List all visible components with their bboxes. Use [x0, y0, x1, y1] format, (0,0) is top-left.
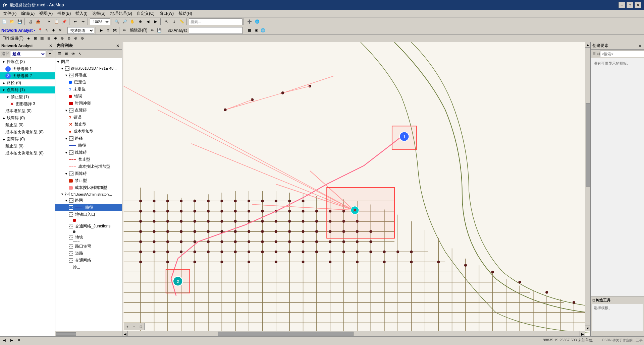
search-input[interactable] [189, 18, 243, 25]
new-btn[interactable]: 📄 [1, 18, 8, 25]
tree-cost-ratio-1[interactable]: 成本按比例增加型 (0) [0, 129, 55, 136]
na-run-btn[interactable]: ▶ [98, 27, 104, 33]
back-btn[interactable]: ◀ [144, 18, 152, 25]
map-zoom-in[interactable]: + [124, 324, 130, 330]
map-area[interactable]: 1 2 ✕ ▲ ▼ ◀ ▶ [122, 42, 590, 336]
edit-pencil-btn[interactable]: ✏ [150, 27, 156, 33]
route-dropdown[interactable]: 起点 [10, 51, 46, 57]
map-zoom-full[interactable]: ⊡ [138, 324, 144, 330]
toc-traffic-network[interactable]: ✓ 交通网络 [55, 257, 122, 264]
toc-poly-barrier[interactable]: ▼ ✓ 面障碍 [55, 170, 122, 177]
toc-route-layer[interactable]: ▼ ✓ 路径:{5618D3D7-F71E-48... [55, 65, 122, 72]
tree-line-barrier[interactable]: ▶ 线障碍 (0) [0, 115, 55, 122]
map-vscrollbar[interactable]: ▲ ▼ [585, 42, 590, 331]
toc-scrollbar[interactable] [55, 331, 122, 336]
menu-help[interactable]: 帮助(H) [176, 10, 194, 17]
3d-btn3[interactable]: 🌐 [260, 27, 266, 33]
toc-local-layer[interactable]: ▼ ✓ C:\Users\Administrator\... [55, 191, 122, 197]
toc-point-barriers[interactable]: ▼ ✓ 点障碍 [55, 107, 122, 114]
it-cb[interactable]: ✓ [69, 244, 73, 249]
toc-road[interactable]: ✓ 道路 [55, 250, 122, 257]
toc-list-by-sel[interactable]: ↖ [77, 51, 83, 57]
export-btn[interactable]: 📤 [35, 18, 42, 25]
road-cb[interactable]: ✓ [69, 251, 73, 256]
hscroll-thumb[interactable] [218, 332, 354, 336]
edit-btn1[interactable]: ✏ [122, 27, 128, 33]
edit-save-btn[interactable]: 💾 [156, 27, 162, 33]
tree-graphic-sel-3[interactable]: ✕ 图形选择 3 [0, 100, 55, 108]
na-delete-btn[interactable]: ✕ [57, 27, 63, 33]
scale-dropdown[interactable]: 100% [90, 18, 110, 25]
tree-cost-add-1[interactable]: 成本增加型 (0) [0, 108, 55, 115]
map-zoom-out[interactable]: − [131, 324, 137, 330]
open-btn[interactable]: 📂 [8, 18, 16, 25]
tree-graphic-sel-1[interactable]: 1 图形选择 1 [0, 65, 55, 72]
scroll-left-btn[interactable]: ◀ [122, 331, 128, 336]
tin-btn4[interactable]: ⊟ [46, 36, 52, 42]
paste-btn[interactable]: 📌 [61, 18, 68, 25]
menu-file[interactable]: 文件(F) [1, 10, 18, 17]
tin-btn1[interactable]: ◈ [25, 36, 32, 42]
redo-btn[interactable]: ↪ [79, 18, 87, 25]
fwd-btn[interactable]: ▶ [152, 18, 159, 25]
select-btn[interactable]: ↖ [163, 18, 170, 25]
network-dropdown[interactable]: 交通网络 [67, 27, 94, 34]
tin-btn6[interactable]: ⊖ [59, 36, 65, 42]
toc-road-route[interactable]: ✓ 路径 [55, 204, 122, 211]
tree-graphic-sel-2[interactable]: 2 图形选择 2 [0, 72, 55, 79]
copy-btn[interactable]: 📋 [53, 18, 60, 25]
route-expand-btn[interactable]: ▼ [47, 51, 53, 57]
tree-forbid-type-2[interactable]: 禁止型 (0) [0, 122, 55, 129]
toc-intersection-turn[interactable]: ✓ 路口转弯 [55, 243, 122, 250]
tin-btn5[interactable]: ⊕ [52, 36, 58, 42]
menu-window[interactable]: 窗口(W) [157, 10, 176, 17]
rr-cb[interactable]: ✓ [69, 205, 73, 210]
toc-junctions[interactable]: ✓ 交通网络_Junctions [55, 223, 122, 230]
scroll-down-btn[interactable]: ▼ [585, 326, 590, 331]
scroll-thumb[interactable] [56, 332, 76, 336]
undo-btn[interactable]: ↩ [71, 18, 79, 25]
full-extent-btn[interactable]: ⊕ [137, 18, 144, 25]
tin-btn9[interactable]: ⊙ [79, 36, 85, 42]
toc-line-barrier[interactable]: ▼ ✓ 线障碍 [55, 149, 122, 156]
tin-btn2[interactable]: ⊞ [32, 36, 38, 42]
measure-btn[interactable]: 📏 [178, 18, 185, 25]
tree-route[interactable]: ▶ 路径-(0) [0, 79, 55, 86]
toc-list-by-draw[interactable]: ☰ [57, 51, 63, 57]
toc-close[interactable]: ✕ [115, 44, 120, 48]
add-data-btn[interactable]: ➕ [246, 18, 253, 25]
na-panel-undock[interactable]: ─ [42, 44, 47, 48]
menu-customize[interactable]: 自定义(C) [135, 10, 157, 17]
na-route-btn[interactable]: 🗺 [112, 27, 118, 33]
tree-stop-points[interactable]: ▼ 停靠点 (2) [0, 58, 55, 65]
status-pause-btn[interactable]: ⏸ [16, 337, 22, 343]
toc-layers-root[interactable]: ▼ 图层 [55, 58, 122, 65]
scroll-right-btn[interactable]: ▶ [580, 331, 585, 336]
toc-list-by-src[interactable]: ⊞ [63, 51, 69, 57]
cut-btn[interactable]: ✂ [45, 18, 53, 25]
cf-search-input[interactable] [600, 51, 644, 57]
toc-stops[interactable]: ▼ ✓ 停靠点 [55, 72, 122, 79]
route-cb[interactable]: ✓ [69, 136, 73, 141]
pb-checkbox[interactable]: ✓ [69, 108, 73, 113]
3d-btn2[interactable]: ▣ [253, 27, 259, 33]
lb-checkbox[interactable]: ✓ [69, 150, 73, 155]
vscroll-thumb[interactable] [586, 103, 590, 187]
toc-metro-entrance[interactable]: ✓ 地铁出入口 [55, 211, 122, 218]
metro-cb[interactable]: ✓ [69, 235, 73, 239]
tin-btn7[interactable]: ⊗ [66, 36, 72, 42]
na-add-btn[interactable]: ✚ [51, 27, 57, 33]
na-panel-close[interactable]: ✕ [48, 44, 53, 48]
status-back-btn[interactable]: ◀ [1, 337, 7, 343]
cf-organize-btn[interactable]: ☰ [592, 50, 596, 58]
toc-metro[interactable]: ✓ 地铁 [55, 234, 122, 241]
map-hscrollbar[interactable]: ◀ ▶ [122, 331, 585, 336]
toc-list-by-vis[interactable]: 👁 [70, 51, 76, 57]
rn-cb[interactable]: ✓ [69, 198, 73, 203]
zoom-in-btn[interactable]: 🔍 [113, 18, 121, 25]
identify-btn[interactable]: ℹ [170, 18, 178, 25]
menu-insert[interactable]: 插入(I) [73, 10, 89, 17]
zoom-out-btn[interactable]: 🔎 [121, 18, 128, 25]
toc-undock[interactable]: ─ [109, 44, 114, 48]
minimize-button[interactable]: ─ [619, 2, 625, 8]
